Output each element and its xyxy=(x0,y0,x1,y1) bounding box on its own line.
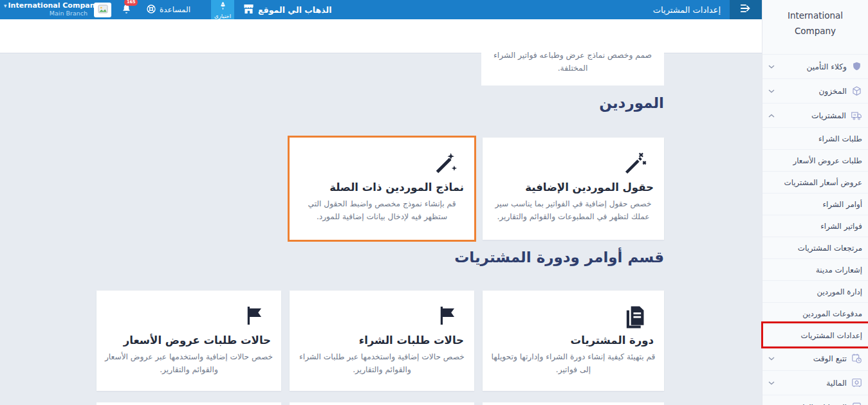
feedback-screenshot-button[interactable] xyxy=(94,3,111,17)
truck-icon xyxy=(851,111,862,121)
card-title: حالات طلبات الشراء xyxy=(290,334,464,346)
topbar-left-cluster: ▾International Company Main Branch 165 ا… xyxy=(0,0,340,19)
file-invoice-icon xyxy=(483,305,647,332)
card-description: صمم وخصص نماذج عرض وطباعه فواتير الشراء … xyxy=(488,49,658,75)
sidebar-item-label: وكلاء التأمين xyxy=(806,62,847,71)
sidebar-item-label: عروض أسعار المشتريات xyxy=(784,178,862,187)
magic-wand-icon xyxy=(483,152,647,179)
card-purchase-request-statuses[interactable]: حالات طلبات الشراء خصص حالات إضافية واست… xyxy=(290,291,474,391)
section-title-suppliers: الموردين xyxy=(599,94,664,111)
chevron-up-icon xyxy=(768,114,775,118)
topbar: ▾International Company Main Branch 165 ا… xyxy=(0,0,762,19)
sidebar-company-name: International Company xyxy=(762,0,868,54)
sidebar-item-label: إعدادات المشتريات xyxy=(801,331,862,340)
shield-icon xyxy=(851,61,862,72)
card-title: حقول الموردين الإضافية xyxy=(483,181,654,194)
card-title: دورة المشتريات xyxy=(483,334,654,346)
rocket-icon xyxy=(219,0,226,12)
sidebar-item-label: المالية xyxy=(826,379,847,388)
notifications-button[interactable]: 165 xyxy=(121,3,132,17)
sidebar-item-label: فواتير الشراء xyxy=(820,222,862,231)
sidebar-item-label: مدفوعات الموردين xyxy=(802,309,862,318)
app: ▾International Company Main Branch 165 ا… xyxy=(0,0,868,405)
next-row-card-top xyxy=(97,402,281,405)
chevron-down-icon xyxy=(768,89,775,93)
sidebar-item-inventory[interactable]: المخزون xyxy=(762,78,868,103)
notifications-badge: 165 xyxy=(124,0,138,6)
sidebar-item-label: طلبات الشراء xyxy=(818,134,862,143)
sidebar-collapse-button[interactable] xyxy=(730,0,762,19)
sidebar-item-label: إدارة الموردين xyxy=(817,287,862,296)
next-row-card-top xyxy=(290,402,474,405)
card-description: قم بإنشاء نموذج مخصص واضبط الحقول التي س… xyxy=(296,198,468,223)
sidebar-item-purchase-invoices[interactable]: فواتير الشراء xyxy=(762,215,868,237)
trial-button[interactable]: اختيارى xyxy=(211,0,234,19)
card-description: خصص حالات إضافية واستخدمها عبر طلبات الش… xyxy=(296,351,468,376)
sidebar-item-label: الحسابات العامة xyxy=(794,403,847,405)
section-title-orders-cycle: قسم أوامر ودورة المشتريات xyxy=(454,249,664,266)
content: الموردين نماذج الموردين ذات الصلة قم بإن… xyxy=(0,53,762,405)
go-to-site-label: الذهاب الي الموقع xyxy=(258,5,331,15)
card-quotation-request-statuses[interactable]: حالات طلبات عروض الأسعار خصص حالات إضافي… xyxy=(97,291,281,391)
sidebar-item-finance[interactable]: المالية xyxy=(762,370,868,395)
sidebar-item-suppliers-payments[interactable]: مدفوعات الموردين xyxy=(762,302,868,324)
safe-icon xyxy=(851,377,862,388)
ledger-icon xyxy=(851,402,862,405)
sidebar-item-label: المخزون xyxy=(818,87,847,96)
menu-arrow-icon xyxy=(739,3,752,16)
card-supplier-related-templates[interactable]: نماذج الموردين ذات الصلة قم بإنشاء نموذج… xyxy=(290,138,474,240)
topbar-right-cluster: إعدادات المشتريات xyxy=(653,0,762,19)
sidebar-item-debit-notes[interactable]: إشعارات مدينة xyxy=(762,258,868,280)
sidebar-item-quotation-requests[interactable]: طلبات عروض الأسعار xyxy=(762,149,868,171)
time-tracking-icon xyxy=(851,353,862,364)
card-description: خصص حالات إضافية واستخدمها عبر عروض الأس… xyxy=(103,351,275,376)
company-name: International Company xyxy=(8,1,100,10)
image-icon xyxy=(98,4,108,16)
go-to-site-button[interactable]: الذهاب الي الموقع xyxy=(243,4,331,16)
sidebar-item-label: مرتجعات المشتريات xyxy=(798,244,862,253)
sidebar-item-label: تتبع الوقت xyxy=(813,354,847,363)
company-switcher[interactable]: ▾International Company Main Branch xyxy=(4,2,88,17)
caret-down-icon: ▾ xyxy=(4,3,7,9)
page-title: إعدادات المشتريات xyxy=(653,5,721,15)
card-title: نماذج الموردين ذات الصلة xyxy=(290,181,464,194)
sidebar-item-purchases-settings[interactable]: إعدادات المشتريات xyxy=(762,324,868,346)
sidebar-item-label: المشتريات xyxy=(811,111,846,120)
trial-label: اختيارى xyxy=(214,13,231,19)
card-description: خصص حقول إضافية في الفواتير بما يناسب سي… xyxy=(489,198,658,223)
card-purchase-invoice-print-templates[interactable]: صمم وخصص نماذج عرض وطباعه فواتير الشراء … xyxy=(481,19,664,86)
sidebar-item-purchase-quotations[interactable]: عروض أسعار المشتريات xyxy=(762,171,868,193)
lifebuoy-icon xyxy=(146,4,156,16)
sidebar-item-label: إشعارات مدينة xyxy=(816,266,862,274)
sidebar-nav: وكلاء التأمين المخزون المشتريات طلبات ال… xyxy=(762,54,868,405)
card-title: حالات طلبات عروض الأسعار xyxy=(97,334,271,346)
chevron-down-icon xyxy=(768,381,775,385)
help-label: المساعدة xyxy=(160,5,190,14)
sidebar-item-purchase-returns[interactable]: مرتجعات المشتريات xyxy=(762,237,868,258)
flag-icon xyxy=(290,305,457,332)
store-icon xyxy=(243,4,254,16)
sidebar-item-general-accounts[interactable]: الحسابات العامة xyxy=(762,395,868,405)
chevron-down-icon xyxy=(768,357,775,361)
sidebar-item-suppliers-management[interactable]: إدارة الموردين xyxy=(762,280,868,302)
sidebar-item-purchases[interactable]: المشتريات xyxy=(762,103,868,127)
box-icon xyxy=(851,86,862,96)
flag-icon xyxy=(97,305,264,332)
wand-sparkles-icon xyxy=(290,152,457,179)
help-button[interactable]: المساعدة xyxy=(146,4,190,16)
sidebar-item-purchase-orders[interactable]: أوامر الشراء xyxy=(762,193,868,215)
card-description: قم بتهيئة كيفية إنشاء دورة الشراء وإدارت… xyxy=(489,351,658,376)
card-purchases-cycle[interactable]: دورة المشتريات قم بتهيئة كيفية إنشاء دور… xyxy=(483,291,664,391)
branch-name: Main Branch xyxy=(4,10,88,17)
sidebar-item-insurance-agents[interactable]: وكلاء التأمين xyxy=(762,54,868,78)
sidebar-item-label: أوامر الشراء xyxy=(822,200,862,209)
sidebar-item-label: طلبات عروض الأسعار xyxy=(793,156,862,165)
sidebar: International Company وكلاء التأمين المخ… xyxy=(762,0,868,405)
sidebar-item-time-tracking[interactable]: تتبع الوقت xyxy=(762,346,868,370)
card-supplier-extra-fields[interactable]: حقول الموردين الإضافية خصص حقول إضافية ف… xyxy=(483,138,664,240)
sidebar-item-purchase-requests[interactable]: طلبات الشراء xyxy=(762,127,868,149)
next-row-card-top xyxy=(483,402,664,405)
chevron-down-icon xyxy=(768,65,775,69)
